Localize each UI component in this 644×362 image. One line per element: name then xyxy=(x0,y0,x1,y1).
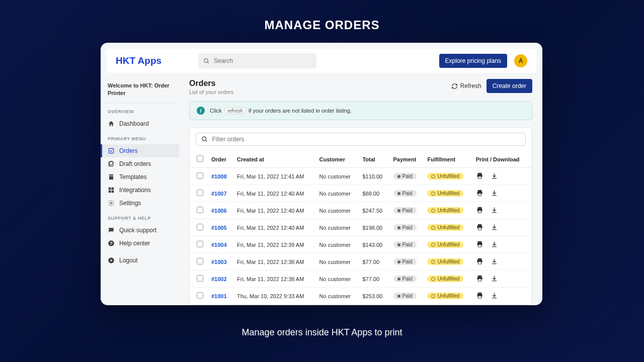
sidebar-item-orders[interactable]: Orders xyxy=(101,144,179,157)
col-total: Total xyxy=(358,151,389,168)
row-checkbox[interactable] xyxy=(197,207,203,213)
section-overview: OVERVIEW xyxy=(101,103,179,117)
svg-rect-5 xyxy=(109,176,113,179)
download-icon[interactable] xyxy=(491,275,498,283)
download-icon[interactable] xyxy=(491,223,498,232)
refresh-icon xyxy=(451,83,458,89)
sidebar-item-logout[interactable]: Logout xyxy=(101,254,179,267)
col-order: Order xyxy=(207,151,233,168)
sidebar-item-label: Dashboard xyxy=(119,120,149,127)
order-link[interactable]: #1005 xyxy=(211,225,227,231)
download-icon[interactable] xyxy=(491,292,498,300)
order-link[interactable]: #1003 xyxy=(211,259,227,265)
print-icon[interactable] xyxy=(476,172,484,180)
filter-input[interactable] xyxy=(212,136,520,143)
search-icon xyxy=(203,58,210,64)
row-checkbox[interactable] xyxy=(197,190,203,196)
brand-logo: HKT Apps xyxy=(116,55,191,66)
download-icon[interactable] xyxy=(491,189,498,198)
print-icon[interactable] xyxy=(476,223,484,232)
print-icon[interactable] xyxy=(476,292,484,300)
create-order-button[interactable]: Create order xyxy=(487,79,532,93)
search-input[interactable] xyxy=(214,57,311,64)
templates-icon xyxy=(108,173,115,180)
avatar[interactable]: A xyxy=(514,54,527,67)
svg-rect-26 xyxy=(478,224,482,226)
page-subtitle: List of your orders xyxy=(189,89,233,95)
row-checkbox[interactable] xyxy=(197,292,203,299)
section-support: SUPPORT & HELP xyxy=(101,210,179,224)
order-link[interactable]: #1001 xyxy=(211,293,227,299)
cell-created: Fri, Mar 11, 2022 12:39 AM xyxy=(233,236,315,253)
chat-icon xyxy=(108,227,115,234)
print-icon[interactable] xyxy=(476,275,484,283)
svg-rect-32 xyxy=(478,258,482,260)
sidebar-item-label: Quick support xyxy=(119,227,156,234)
sidebar-item-integrations[interactable]: Integrations xyxy=(101,184,179,197)
cell-total: $77.00 xyxy=(358,253,389,270)
svg-rect-4 xyxy=(109,174,113,175)
download-icon[interactable] xyxy=(491,240,498,249)
payment-badge: Paid xyxy=(393,293,417,299)
select-all-checkbox[interactable] xyxy=(197,155,203,162)
filter-input-wrap[interactable] xyxy=(196,133,526,146)
svg-line-1 xyxy=(207,62,209,63)
sidebar-item-settings[interactable]: Settings xyxy=(101,197,179,210)
row-checkbox[interactable] xyxy=(197,258,203,264)
print-icon[interactable] xyxy=(476,206,484,215)
cell-customer: No customer xyxy=(315,202,359,219)
row-checkbox[interactable] xyxy=(197,241,203,247)
payment-badge: Paid xyxy=(393,276,417,282)
sidebar-item-dashboard[interactable]: Dashboard xyxy=(101,117,179,130)
order-link[interactable]: #1002 xyxy=(211,276,227,282)
svg-line-16 xyxy=(205,140,207,142)
row-checkbox[interactable] xyxy=(197,224,203,230)
order-link[interactable]: #1007 xyxy=(211,191,227,197)
explore-pricing-button[interactable]: Explore pricing plans xyxy=(439,54,507,68)
order-link[interactable]: #1006 xyxy=(211,208,227,214)
orders-table: Order Created at Customer Total Payment … xyxy=(190,151,532,305)
svg-point-15 xyxy=(202,137,206,141)
svg-rect-22 xyxy=(478,194,481,196)
print-icon[interactable] xyxy=(476,240,484,249)
row-checkbox[interactable] xyxy=(197,275,203,282)
svg-rect-2 xyxy=(109,148,113,153)
download-icon[interactable] xyxy=(491,206,498,215)
sidebar-item-label: Orders xyxy=(119,147,138,154)
fulfillment-badge: Unfulfilled xyxy=(427,276,463,282)
col-actions: Print / Download xyxy=(472,151,532,168)
sidebar-item-templates[interactable]: Templates xyxy=(101,170,179,184)
refresh-chip: refresh xyxy=(224,108,246,114)
table-row: #1002Fri, Mar 11, 2022 12:38 AMNo custom… xyxy=(190,270,532,288)
fulfillment-badge: Unfulfilled xyxy=(427,224,463,231)
sidebar-item-draft-orders[interactable]: Draft orders xyxy=(101,157,179,170)
svg-rect-20 xyxy=(478,190,482,192)
search-wrap[interactable] xyxy=(198,53,316,68)
sidebar-item-quick-support[interactable]: Quick support xyxy=(101,224,179,237)
order-link[interactable]: #1008 xyxy=(211,173,227,179)
svg-rect-7 xyxy=(112,188,114,190)
download-icon[interactable] xyxy=(491,172,498,180)
refresh-button[interactable]: Refresh xyxy=(451,82,481,89)
info-icon: i xyxy=(197,107,205,115)
svg-rect-9 xyxy=(112,190,114,193)
cell-created: Fri, Mar 11, 2022 12:40 AM xyxy=(233,219,315,236)
payment-badge: Paid xyxy=(393,207,417,214)
payment-badge: Paid xyxy=(393,190,417,197)
fulfillment-badge: Unfulfilled xyxy=(427,173,463,179)
col-fulfillment: Fulfillment xyxy=(423,151,471,168)
svg-rect-31 xyxy=(478,245,481,247)
order-link[interactable]: #1004 xyxy=(211,242,227,248)
svg-rect-19 xyxy=(478,176,481,178)
svg-rect-40 xyxy=(478,296,481,298)
print-icon[interactable] xyxy=(476,257,484,266)
svg-rect-37 xyxy=(478,279,481,281)
cell-total: $247.50 xyxy=(358,202,389,219)
cell-created: Fri, Mar 11, 2022 12:40 AM xyxy=(233,185,315,202)
table-row: #1001Thu, Mar 10, 2022 9:33 AMNo custome… xyxy=(190,288,532,305)
download-icon[interactable] xyxy=(491,257,498,266)
sidebar-item-help-center[interactable]: ? Help center xyxy=(101,237,179,250)
row-checkbox[interactable] xyxy=(197,172,203,179)
print-icon[interactable] xyxy=(476,189,484,198)
refresh-label: Refresh xyxy=(460,82,481,89)
